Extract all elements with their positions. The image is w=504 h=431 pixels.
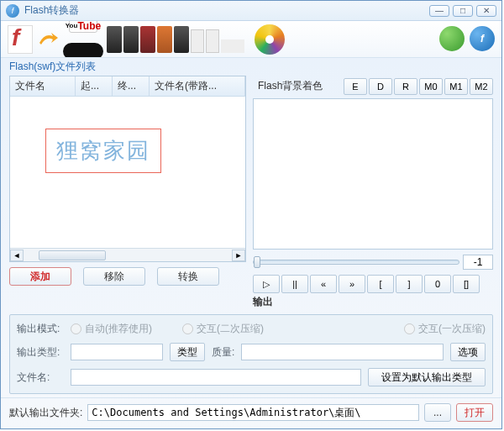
browse-button[interactable]: ...: [424, 403, 451, 422]
preset-m0-button[interactable]: M0: [419, 78, 443, 95]
filename-label: 文件名:: [17, 371, 64, 385]
set-default-type-button[interactable]: 设置为默认输出类型: [368, 368, 486, 386]
disc-icon: [255, 24, 285, 55]
device-banner: YouTube f: [1, 21, 501, 58]
output-mode-label: 输出模式:: [17, 322, 64, 336]
maximize-button[interactable]: □: [453, 5, 473, 17]
psp-icon: [63, 43, 103, 59]
file-table[interactable]: 文件名 起... 终... 文件名(带路... 狸窝家园 ◄ ►: [9, 76, 246, 262]
preset-d-button[interactable]: D: [369, 78, 392, 95]
slider-thumb[interactable]: [254, 256, 260, 268]
titlebar: f Flash转换器 — □ ✕: [1, 1, 501, 21]
app-window: f Flash转换器 — □ ✕ YouTube f F: [0, 0, 502, 429]
col-fullpath[interactable]: 文件名(带路...: [150, 76, 245, 96]
default-folder-label: 默认输出文件夹:: [9, 406, 82, 420]
output-panel: 输出模式: 自动(推荐使用) 交互(二次压缩) 交互(一次压缩) 输出类型: 类…: [9, 314, 493, 394]
add-button[interactable]: 添加: [9, 267, 71, 286]
preset-e-button[interactable]: E: [344, 78, 367, 95]
watermark-text: 狸窝家园: [45, 129, 161, 173]
pause-button[interactable]: ||: [281, 275, 308, 293]
default-folder-input[interactable]: [87, 404, 419, 421]
col-start[interactable]: 起...: [76, 76, 113, 96]
output-type-label: 输出类型:: [17, 345, 64, 360]
flash-logo-icon: [8, 25, 33, 54]
fullscreen-button[interactable]: []: [453, 275, 480, 293]
phone-icon: [123, 26, 139, 53]
phone-icon: [174, 26, 189, 53]
filename-input[interactable]: [71, 369, 361, 386]
rewind-button[interactable]: «: [310, 275, 337, 293]
file-list-label: Flash(swf)文件列表: [1, 58, 501, 76]
output-section-label: 输出: [253, 293, 493, 311]
ipod-icon: [191, 29, 204, 53]
output-type-input[interactable]: [71, 344, 163, 360]
console-icon: [221, 39, 244, 53]
h-scrollbar[interactable]: ◄ ►: [10, 248, 245, 261]
mark-out-button[interactable]: ]: [396, 275, 423, 293]
arrow-icon: [36, 28, 60, 51]
convert-button[interactable]: 转换: [157, 267, 219, 286]
scroll-thumb[interactable]: [39, 250, 106, 260]
preview-area: [253, 98, 493, 250]
scroll-right-icon[interactable]: ►: [232, 250, 245, 261]
col-end[interactable]: 终...: [113, 76, 150, 96]
preset-m1-button[interactable]: M1: [444, 78, 468, 95]
reset-button[interactable]: 0: [424, 275, 451, 293]
devices-icons: [107, 26, 244, 53]
mode-interactive2-radio[interactable]: 交互(二次压缩): [182, 322, 264, 336]
open-button[interactable]: 打开: [456, 403, 493, 422]
download-icon[interactable]: [439, 26, 465, 51]
options-button[interactable]: 选项: [450, 343, 486, 361]
mode-auto-radio[interactable]: 自动(推荐使用): [71, 322, 152, 336]
window-title: Flash转换器: [24, 3, 429, 18]
youtube-icon: YouTube: [69, 21, 97, 33]
footer: 默认输出文件夹: ... 打开: [1, 397, 501, 427]
col-filename[interactable]: 文件名: [10, 76, 76, 96]
seek-slider[interactable]: [253, 260, 459, 265]
flash-player-icon[interactable]: f: [470, 26, 495, 51]
play-button[interactable]: ▷: [253, 275, 280, 293]
type-button[interactable]: 类型: [170, 343, 205, 361]
remove-button[interactable]: 移除: [83, 267, 145, 286]
mode-interactive1-radio[interactable]: 交互(一次压缩): [404, 322, 486, 336]
mark-in-button[interactable]: [: [367, 275, 394, 293]
preset-m2-button[interactable]: M2: [470, 78, 493, 95]
phone-icon: [107, 26, 122, 53]
close-button[interactable]: ✕: [476, 5, 496, 17]
scroll-left-icon[interactable]: ◄: [10, 250, 24, 261]
quality-input[interactable]: [241, 344, 444, 360]
app-icon: f: [6, 4, 19, 18]
frame-number: -1: [463, 255, 493, 270]
player-icon: [140, 26, 155, 53]
ipod-icon: [206, 29, 219, 53]
minimize-button[interactable]: —: [429, 5, 449, 17]
bg-color-label: Flash背景着色: [253, 76, 328, 97]
player-icon: [157, 26, 172, 53]
quality-label: 质量:: [212, 345, 234, 360]
preset-r-button[interactable]: R: [394, 78, 417, 95]
forward-button[interactable]: »: [339, 275, 365, 293]
